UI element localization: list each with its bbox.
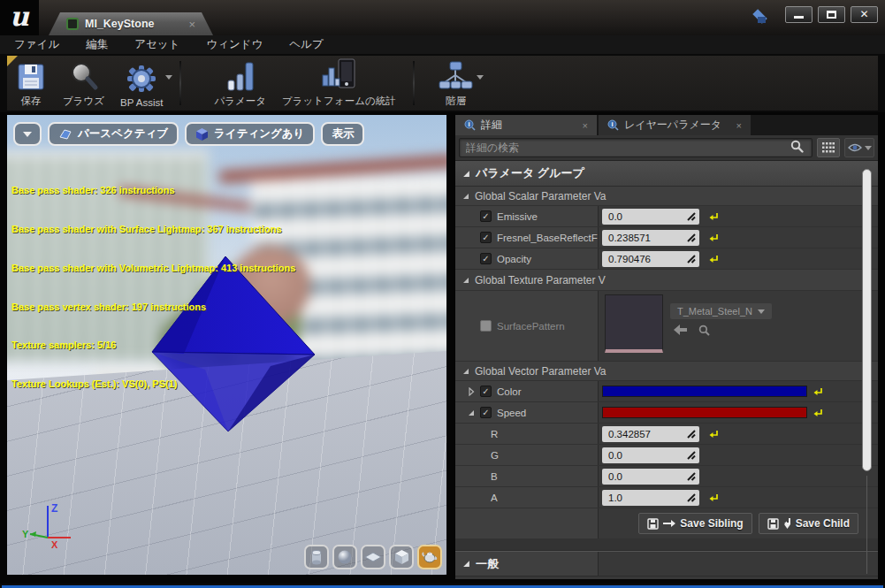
reset-to-default-icon[interactable] [708, 211, 719, 222]
minimize-button[interactable] [785, 6, 813, 23]
bp-assist-dropdown-icon[interactable] [165, 75, 172, 80]
tab-close-icon[interactable]: × [583, 120, 588, 131]
gear-icon [125, 62, 158, 95]
details-scrollbar [861, 166, 874, 579]
surfacepattern-checkbox[interactable] [480, 320, 492, 332]
save-child-button[interactable]: Save Child [759, 513, 858, 534]
save-sibling-button[interactable]: Save Sibling [638, 513, 751, 534]
param-row-fresnel: ✓ Fresnel_BaseReflectFra 0.238571 [455, 227, 878, 248]
slider-corner-icon[interactable] [687, 493, 696, 502]
tab-close-icon[interactable]: × [736, 120, 742, 131]
details-panel: i 詳細 × i レイヤーパラメータ × [455, 115, 878, 579]
reset-to-default-icon[interactable] [813, 386, 823, 397]
fresnel-value-field[interactable]: 0.238571 [602, 230, 699, 246]
reset-to-default-icon[interactable] [708, 493, 719, 503]
menu-help[interactable]: ヘルプ [289, 37, 323, 52]
menu-asset[interactable]: アセット [134, 37, 179, 52]
channel-row-b: B 0.0 [455, 466, 878, 487]
emissive-checkbox[interactable]: ✓ [480, 210, 492, 222]
reset-to-default-icon[interactable] [708, 429, 719, 439]
general-header[interactable]: 一般 [455, 551, 878, 577]
save-button[interactable]: 保存 [7, 56, 55, 111]
a-value-field[interactable]: 1.0 [602, 490, 699, 506]
show-button[interactable]: 表示 [321, 122, 364, 146]
slider-corner-icon[interactable] [687, 472, 696, 481]
texture-category-header[interactable]: Global Texture Parameter V [455, 270, 878, 291]
expanded-arrow-icon [462, 277, 469, 284]
parameters-button[interactable]: パラメータ [206, 56, 274, 111]
scalar-category-header[interactable]: Global Scalar Parameter Va [455, 187, 878, 206]
menu-window[interactable]: ウィンドウ [206, 37, 263, 52]
vector-category-header[interactable]: Global Vector Parameter Va [455, 362, 878, 381]
speed-swatch-bar[interactable] [602, 407, 807, 418]
grid-icon [822, 142, 835, 153]
viewport-options-button[interactable] [13, 122, 42, 146]
material-instance-icon [66, 18, 79, 30]
perspective-button[interactable]: パースペクティブ [48, 122, 179, 146]
tab-layer-parameters[interactable]: i レイヤーパラメータ × [599, 115, 751, 135]
channel-row-r: R 0.342857 [455, 424, 878, 445]
svg-text:i: i [468, 120, 469, 128]
menu-file[interactable]: ファイル [14, 37, 59, 52]
tab-details[interactable]: i 詳細 × [455, 115, 597, 135]
section-gap [455, 538, 878, 551]
g-value-field[interactable]: 0.0 [602, 447, 699, 463]
maximize-button[interactable] [818, 6, 845, 23]
platform-stats-button[interactable]: プラットフォームの統計 [274, 56, 404, 111]
sphere-preview-button[interactable] [332, 545, 357, 569]
bp-assist-button[interactable]: BP Assist [112, 56, 171, 111]
tutorial-icon[interactable] [751, 9, 773, 25]
opacity-value-field[interactable]: 0.790476 [602, 251, 699, 267]
save-icon [15, 59, 47, 93]
scrollbar-track [866, 476, 867, 574]
browse-icon [68, 59, 100, 93]
reset-to-default-icon[interactable] [708, 233, 719, 243]
use-selected-arrow-icon[interactable] [674, 325, 688, 335]
color-swatch-bar[interactable] [602, 386, 807, 397]
parameter-groups-header[interactable]: パラメータ グループ [455, 161, 878, 187]
svg-text:i: i [611, 120, 613, 128]
slider-corner-icon[interactable] [687, 233, 696, 242]
emissive-value-field[interactable]: 0.0 [602, 209, 699, 225]
expanded-arrow-icon[interactable] [468, 409, 475, 416]
hierarchy-button[interactable]: 階層 [431, 56, 482, 111]
lit-mode-button[interactable]: ライティングあり [185, 122, 315, 146]
search-input[interactable] [459, 138, 813, 157]
texture-asset-dropdown[interactable]: T_Metal_Steel_N [670, 303, 772, 319]
b-value-field[interactable]: 0.0 [602, 469, 699, 485]
slider-corner-icon[interactable] [687, 255, 696, 263]
find-in-browser-icon[interactable] [698, 325, 710, 336]
arrow-right-icon [663, 519, 675, 528]
material-preview-viewport[interactable]: パースペクティブ ライティングあり 表示 Base pass shader: 3… [7, 115, 446, 575]
teapot-preview-button[interactable] [417, 545, 442, 569]
chevron-down-icon [865, 146, 872, 150]
slider-corner-icon[interactable] [687, 212, 696, 221]
reset-to-default-icon[interactable] [813, 408, 823, 418]
view-filter-button[interactable] [844, 138, 874, 157]
hierarchy-dropdown-icon[interactable] [477, 75, 484, 80]
reset-to-default-icon[interactable] [708, 254, 719, 264]
slider-corner-icon[interactable] [687, 430, 696, 439]
texture-thumbnail[interactable] [605, 294, 663, 353]
opacity-checkbox[interactable]: ✓ [480, 253, 492, 264]
fresnel-checkbox[interactable]: ✓ [480, 232, 492, 243]
menu-bar: ファイル 編集 アセット ウィンドウ ヘルプ [0, 35, 885, 55]
menu-edit[interactable]: 編集 [86, 37, 108, 52]
param-row-surfacepattern: SurfacePattern T_Metal_Steel_N [455, 291, 878, 362]
scrollbar-thumb[interactable] [862, 169, 872, 471]
asset-tab-mi-keystone[interactable]: MI_KeyStone × [49, 12, 213, 35]
tab-close-icon[interactable]: × [188, 19, 195, 30]
plane-preview-button[interactable] [361, 545, 385, 569]
browse-button[interactable]: ブラウズ [55, 56, 112, 111]
cube-preview-button[interactable] [389, 545, 414, 569]
color-checkbox[interactable]: ✓ [480, 386, 492, 397]
speed-checkbox[interactable]: ✓ [480, 407, 492, 418]
svg-text:Z: Z [51, 502, 57, 515]
cylinder-preview-button[interactable] [304, 545, 329, 569]
slider-corner-icon[interactable] [687, 451, 696, 460]
collapsed-arrow-icon[interactable] [468, 387, 475, 396]
display-options-button[interactable] [817, 138, 840, 157]
unreal-engine-logo: u [0, 0, 39, 35]
close-button[interactable]: ✕ [851, 6, 878, 23]
r-value-field[interactable]: 0.342857 [602, 426, 699, 442]
